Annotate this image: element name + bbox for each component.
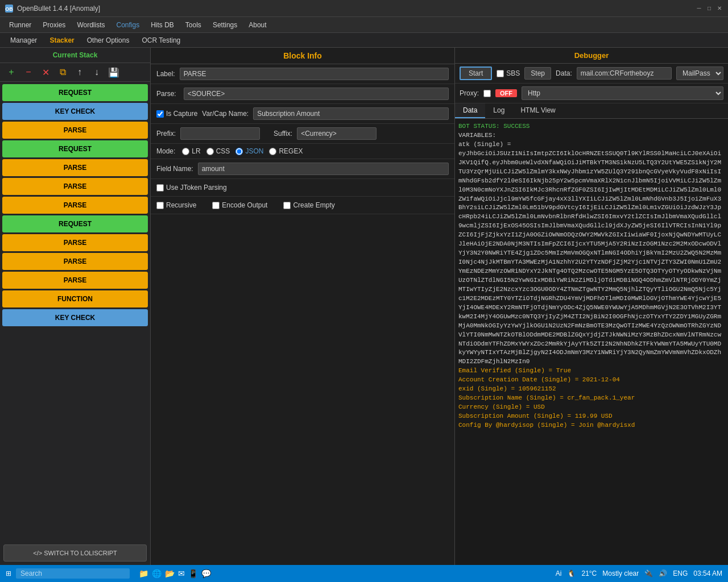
minimize-button[interactable]: ─	[695, 5, 703, 13]
encode-output-wrap: Encode Output	[212, 201, 267, 209]
taskbar-icon-2[interactable]: 🌐	[152, 569, 162, 578]
submenu-other-options[interactable]: Other Options	[81, 35, 135, 45]
sbs-label: SBS	[506, 69, 520, 77]
taskbar-icon-6[interactable]: 💬	[201, 569, 211, 578]
mode-regex-radio[interactable]	[269, 148, 276, 155]
add-block-button[interactable]: +	[5, 65, 18, 79]
main-content: Current Stack + − ✕ ⧉ ↑ ↓ 💾 REQUEST KEY …	[0, 48, 728, 565]
taskbar-icon-3[interactable]: 📂	[165, 569, 175, 578]
mode-css: CSS	[206, 147, 230, 155]
menu-wordlists[interactable]: Wordlists	[72, 19, 109, 31]
sbs-check: SBS	[497, 69, 520, 77]
taskbar-icon-4[interactable]: ✉	[178, 569, 185, 578]
recursive-wrap: Recursive	[156, 201, 196, 209]
data-input[interactable]	[577, 67, 672, 80]
block-request-1[interactable]: REQUEST	[2, 84, 148, 101]
step-button[interactable]: Step	[524, 67, 551, 80]
proxy-type-select[interactable]: Http	[522, 86, 723, 100]
mode-json-radio[interactable]	[235, 148, 243, 155]
move-up-button[interactable]: ↑	[73, 65, 86, 79]
block-function-1[interactable]: FUNCTION	[2, 290, 148, 307]
recursive-label: Recursive	[166, 201, 196, 209]
block-request-3[interactable]: REQUEST	[2, 215, 148, 232]
start-button[interactable]: Start	[460, 66, 492, 80]
block-parse-6[interactable]: PARSE	[2, 253, 148, 270]
fieldname-label: Field Name:	[156, 165, 193, 173]
suffix-input[interactable]	[297, 127, 377, 140]
block-parse-4[interactable]: PARSE	[2, 197, 148, 214]
menu-about[interactable]: About	[244, 19, 271, 31]
taskbar-icon-5[interactable]: 📱	[188, 569, 198, 578]
copy-block-button[interactable]: ⧉	[56, 65, 69, 79]
right-panel: Debugger Start SBS Step Data: MailPass P…	[455, 48, 728, 565]
remove-block-button[interactable]: −	[22, 65, 35, 79]
menu-proxies[interactable]: Proxies	[38, 19, 70, 31]
menu-tools[interactable]: Tools	[181, 19, 206, 31]
block-keycheck-2[interactable]: KEY CHECK	[2, 309, 148, 326]
encode-output-checkbox[interactable]	[212, 202, 220, 209]
var-cap-input[interactable]	[253, 107, 449, 120]
block-keycheck-1[interactable]: KEY CHECK	[2, 103, 148, 120]
close-button[interactable]: ✕	[715, 5, 723, 13]
block-parse-5[interactable]: PARSE	[2, 234, 148, 251]
network-icon: 🔌	[644, 569, 653, 577]
restore-button[interactable]: □	[705, 5, 713, 13]
block-parse-2[interactable]: PARSE	[2, 159, 148, 176]
taskbar-icon-1[interactable]: 📁	[139, 569, 148, 578]
wordlist-select[interactable]: MailPass	[676, 66, 723, 80]
block-parse-1[interactable]: PARSE	[2, 122, 148, 139]
menu-runner[interactable]: Runner	[5, 19, 36, 31]
is-capture-checkbox[interactable]	[156, 110, 164, 118]
menu-hitsdb[interactable]: Hits DB	[146, 19, 179, 31]
menu-settings[interactable]: Settings	[208, 19, 242, 31]
submenu-stacker[interactable]: Stacker	[44, 35, 80, 45]
create-empty-wrap: Create Empty	[283, 201, 334, 209]
mode-lr: LR	[182, 147, 200, 155]
tab-log[interactable]: Log	[485, 103, 512, 118]
submenu-ocr-testing[interactable]: OCR Testing	[136, 35, 186, 45]
app-icon: OB	[5, 4, 14, 13]
mode-row: Mode: LR CSS JSON REGEX	[151, 144, 454, 159]
search-input[interactable]	[16, 568, 130, 579]
proxy-label: Proxy:	[460, 89, 479, 97]
mode-css-radio[interactable]	[206, 148, 214, 155]
menu-configs[interactable]: Configs	[112, 19, 144, 31]
proxy-off-badge: OFF	[495, 89, 517, 97]
volume-icon: 🔊	[659, 569, 667, 577]
submenu-manager[interactable]: Manager	[5, 35, 43, 45]
debug-line-atk: atk (Single) =	[458, 140, 725, 149]
block-info-header: Block Info	[151, 48, 454, 64]
clock: 03:54 AM	[693, 569, 722, 577]
parse-source-input[interactable]	[184, 88, 449, 100]
recursive-checkbox[interactable]	[156, 202, 164, 209]
fieldname-input[interactable]	[198, 163, 449, 175]
mode-label: Mode:	[156, 147, 175, 155]
window-title: OpenBullet 1.4.4 [Anomaly]	[17, 5, 695, 13]
temperature: 21°C	[581, 569, 597, 577]
mode-lr-radio[interactable]	[182, 148, 189, 155]
menu-bar: Runner Proxies Wordlists Configs Hits DB…	[0, 17, 728, 33]
tab-html-view[interactable]: HTML View	[512, 103, 563, 118]
create-empty-label: Create Empty	[293, 201, 334, 209]
block-parse-7[interactable]: PARSE	[2, 272, 148, 289]
is-capture-wrap: Is Capture	[156, 110, 197, 118]
prefix-input[interactable]	[180, 127, 260, 140]
switch-to-loliscript-button[interactable]: </> SWITCH TO LOLISCRIPT	[3, 544, 147, 562]
proxy-checkbox[interactable]	[483, 90, 491, 97]
block-request-2[interactable]: REQUEST	[2, 140, 148, 157]
create-empty-checkbox[interactable]	[283, 202, 291, 209]
jtoken-wrap: Use JToken Parsing	[156, 184, 227, 192]
suffix-label: Suffix:	[274, 130, 292, 138]
title-bar: OB OpenBullet 1.4.4 [Anomaly] ─ □ ✕	[0, 0, 728, 17]
clear-blocks-button[interactable]: ✕	[39, 65, 52, 79]
use-jtoken-checkbox[interactable]	[156, 184, 164, 192]
tab-data[interactable]: Data	[455, 103, 485, 118]
debug-line-status: BOT STATUS: SUCCESS	[458, 122, 725, 131]
move-down-button[interactable]: ↓	[90, 65, 104, 79]
label-input[interactable]	[180, 68, 449, 80]
debugger-header: Debugger	[455, 48, 728, 64]
sbs-checkbox[interactable]	[497, 70, 504, 77]
block-parse-3[interactable]: PARSE	[2, 178, 148, 195]
save-button[interactable]: 💾	[107, 65, 121, 79]
parse-label: Parse:	[156, 90, 179, 98]
